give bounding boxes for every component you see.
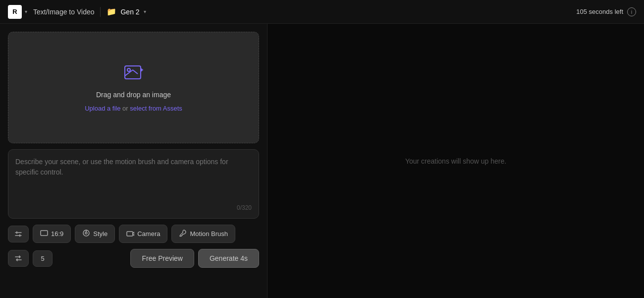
settings-button[interactable] [8, 226, 29, 242]
generate-button[interactable]: Generate 4s [198, 249, 259, 268]
drop-zone-subtitle: Upload a file or select from Assets [85, 105, 182, 112]
swap-icon [14, 254, 22, 262]
camera-icon [126, 229, 134, 238]
motion-brush-button[interactable]: Motion Brush [171, 225, 235, 243]
image-drop-zone[interactable]: Drag and drop an image Upload a file or … [8, 32, 259, 143]
motion-brush-label: Motion Brush [190, 230, 228, 238]
svg-rect-0 [125, 66, 141, 79]
action-row: 5 Free Preview Generate 4s [8, 249, 259, 268]
drop-zone-or: or [121, 105, 130, 112]
svg-rect-14 [127, 232, 133, 236]
svg-rect-10 [41, 231, 48, 236]
drop-zone-title: Drag and drop an image [96, 91, 171, 99]
aspect-ratio-label: 16:9 [51, 230, 63, 238]
seconds-badge: 5 [33, 250, 53, 267]
project-chevron-icon: ▾ [144, 9, 146, 14]
style-label: Style [93, 230, 107, 238]
right-panel: Your creations will show up here. [268, 24, 644, 298]
project-name-label: Gen 2 [120, 8, 139, 16]
style-icon [82, 229, 90, 238]
folder-icon: 📁 [107, 7, 116, 16]
topbar-divider [100, 7, 101, 17]
main-content: Drag and drop an image Upload a file or … [0, 24, 644, 298]
logo-chevron-icon: ▾ [25, 9, 27, 14]
text-area-wrapper: 0/320 [8, 149, 259, 219]
swap-button[interactable] [8, 250, 29, 267]
settings-icon [14, 230, 22, 238]
app-name-label: Text/Image to Video [33, 8, 94, 16]
aspect-ratio-button[interactable]: 16:9 [33, 225, 71, 243]
upload-file-link[interactable]: Upload a file [85, 105, 120, 112]
logo-icon: R [8, 5, 22, 19]
camera-button[interactable]: Camera [119, 225, 167, 243]
aspect-ratio-icon [40, 229, 48, 238]
left-panel: Drag and drop an image Upload a file or … [0, 24, 268, 298]
seconds-left-label: 105 seconds left [576, 8, 623, 15]
topbar-right: 105 seconds left i [576, 7, 636, 16]
svg-line-2 [133, 70, 138, 74]
svg-point-3 [127, 68, 130, 71]
scene-textarea[interactable] [15, 157, 252, 201]
project-button[interactable]: 📁 Gen 2 ▾ [107, 7, 146, 16]
image-add-icon [124, 63, 144, 85]
svg-line-1 [125, 70, 133, 76]
info-icon[interactable]: i [627, 7, 636, 16]
style-button[interactable]: Style [75, 225, 115, 243]
empty-creations-message: Your creations will show up here. [405, 157, 506, 165]
topbar: R ▾ Text/Image to Video 📁 Gen 2 ▾ 105 se… [0, 0, 644, 24]
assets-link[interactable]: select from Assets [130, 105, 182, 112]
topbar-left: R ▾ Text/Image to Video 📁 Gen 2 ▾ [8, 5, 146, 19]
free-preview-button[interactable]: Free Preview [130, 249, 194, 268]
logo-button[interactable]: R ▾ [8, 5, 27, 19]
char-count: 0/320 [15, 204, 252, 211]
motion-brush-icon [179, 229, 187, 238]
toolbar-row: 16:9 Style [8, 225, 259, 243]
camera-label: Camera [137, 230, 160, 238]
